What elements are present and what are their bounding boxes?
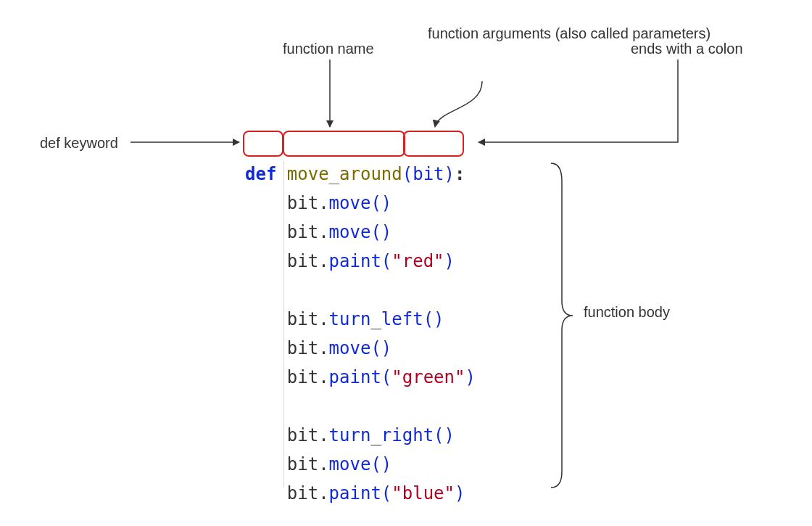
- token-def: def: [245, 164, 276, 184]
- token-close-paren: ): [444, 164, 455, 184]
- token-method: paint: [329, 483, 381, 504]
- arrow-arguments: [435, 81, 482, 127]
- token-obj: bit: [287, 309, 318, 329]
- token-method: paint: [329, 251, 381, 271]
- label-def-keyword: def keyword: [40, 134, 118, 152]
- token-param: bit: [413, 164, 444, 184]
- label-function-name: function name: [283, 40, 374, 58]
- token-colon: :: [455, 164, 465, 184]
- token-function-name: move_around: [287, 164, 402, 184]
- token-string: "red": [392, 251, 444, 271]
- label-colon: ends with a colon: [631, 40, 743, 58]
- token-obj: bit: [287, 454, 318, 474]
- token-method: paint: [329, 367, 381, 387]
- token-string: "blue": [392, 483, 455, 504]
- code-block: def move_around(bit): bit.move() bit.mov…: [245, 131, 476, 508]
- token-obj: bit: [287, 425, 318, 445]
- arrow-colon: [478, 59, 678, 142]
- token-method: move: [329, 222, 371, 242]
- token-obj: bit: [287, 338, 318, 358]
- token-obj: bit: [287, 483, 318, 504]
- token-open-paren: (: [402, 164, 413, 184]
- token-method: move: [329, 454, 371, 474]
- token-obj: bit: [287, 222, 318, 242]
- token-obj: bit: [287, 367, 318, 387]
- token-obj: bit: [287, 251, 318, 271]
- token-obj: bit: [287, 193, 318, 213]
- token-string: "green": [392, 367, 465, 387]
- brace-function-body: [551, 163, 573, 488]
- token-method: turn_left: [329, 309, 423, 329]
- token-method: move: [329, 193, 371, 213]
- token-method: move: [329, 338, 371, 358]
- label-function-body: function body: [584, 303, 670, 321]
- diagram-stage: def keyword function name function argum…: [0, 0, 812, 526]
- token-method: turn_right: [329, 425, 434, 445]
